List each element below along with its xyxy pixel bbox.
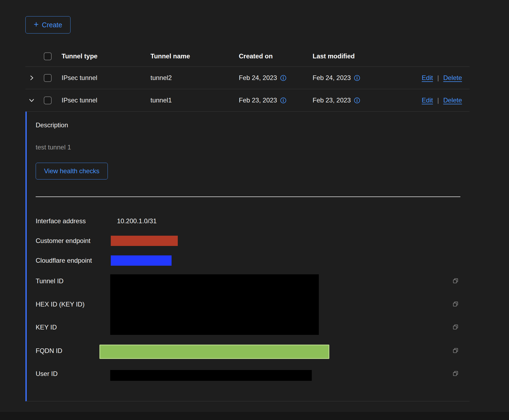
view-health-checks-button[interactable]: View health checks bbox=[36, 163, 108, 179]
hex-id-label: HEX ID (KEY ID) bbox=[36, 300, 85, 308]
interface-address-value: 10.200.1.0/31 bbox=[117, 217, 157, 225]
row-checkbox[interactable] bbox=[44, 74, 52, 82]
user-id-redacted-value bbox=[110, 370, 312, 381]
copy-fqdn-id-button[interactable] bbox=[452, 347, 459, 355]
copy-icon bbox=[452, 370, 459, 377]
tunnel-name-cell: tunnel1 bbox=[150, 96, 239, 104]
created-on-cell: Feb 24, 2023 bbox=[239, 74, 277, 82]
key-id-label: KEY ID bbox=[36, 323, 57, 331]
fqdn-id-label: FQDN ID bbox=[36, 347, 62, 355]
collapse-row-button[interactable] bbox=[28, 97, 35, 104]
info-icon[interactable] bbox=[280, 97, 286, 104]
fqdn-id-redacted-value bbox=[99, 345, 329, 359]
header-last-modified: Last modified bbox=[313, 52, 416, 60]
info-icon[interactable] bbox=[354, 75, 360, 81]
action-separator: | bbox=[437, 74, 439, 82]
created-on-cell: Feb 23, 2023 bbox=[239, 96, 277, 104]
select-all-checkbox[interactable] bbox=[44, 52, 52, 60]
copy-tunnel-id-button[interactable] bbox=[452, 277, 459, 285]
customer-endpoint-label: Customer endpoint bbox=[36, 237, 91, 245]
copy-hex-id-button[interactable] bbox=[452, 301, 459, 308]
tunnel-type-cell: IPsec tunnel bbox=[62, 74, 150, 82]
header-tunnel-type: Tunnel type bbox=[62, 52, 150, 60]
section-divider bbox=[36, 196, 460, 197]
chevron-down-icon bbox=[28, 97, 35, 104]
copy-icon bbox=[452, 347, 459, 354]
info-icon[interactable] bbox=[354, 97, 360, 104]
table-row-tunnel2: IPsec tunnel tunnel2 Feb 24, 2023 Feb 24… bbox=[25, 67, 470, 89]
delete-link[interactable]: Delete bbox=[443, 74, 462, 82]
tunnel-name-cell: tunnel2 bbox=[150, 74, 239, 82]
description-heading: Description bbox=[36, 121, 68, 129]
last-modified-cell: Feb 24, 2023 bbox=[313, 74, 351, 82]
tunnel-id-label: Tunnel ID bbox=[36, 277, 63, 285]
footer-strip bbox=[0, 412, 509, 420]
row-checkbox[interactable] bbox=[44, 96, 52, 104]
table-header-row: Tunnel type Tunnel name Created on Last … bbox=[25, 46, 470, 67]
tunnels-table: Tunnel type Tunnel name Created on Last … bbox=[25, 46, 470, 112]
header-created-on: Created on bbox=[239, 52, 313, 60]
chevron-right-icon bbox=[28, 74, 35, 81]
edit-link[interactable]: Edit bbox=[422, 96, 433, 104]
tunnel-type-cell: IPsec tunnel bbox=[62, 96, 150, 104]
plus-icon: + bbox=[34, 20, 39, 29]
last-modified-cell: Feb 23, 2023 bbox=[313, 96, 351, 104]
interface-address-label: Interface address bbox=[36, 217, 86, 225]
create-button[interactable]: + Create bbox=[25, 16, 71, 34]
user-id-label: User ID bbox=[36, 370, 58, 378]
customer-endpoint-redacted-value bbox=[111, 236, 178, 246]
copy-key-id-button[interactable] bbox=[452, 324, 459, 331]
copy-icon bbox=[452, 301, 459, 308]
tunnel1-details-panel: Description test tunnel 1 View health ch… bbox=[25, 112, 470, 401]
expand-row-button[interactable] bbox=[28, 74, 35, 81]
table-row-tunnel1: IPsec tunnel tunnel1 Feb 23, 2023 Feb 23… bbox=[25, 89, 470, 112]
info-icon[interactable] bbox=[280, 75, 286, 81]
cloudflare-endpoint-redacted-value bbox=[111, 255, 172, 266]
action-separator: | bbox=[437, 96, 439, 104]
cloudflare-endpoint-label: Cloudflare endpoint bbox=[36, 256, 92, 265]
tunnel-hex-key-id-redacted-value bbox=[110, 274, 319, 335]
edit-link[interactable]: Edit bbox=[422, 74, 433, 82]
tunnels-page: + Create Tunnel type Tunnel name Created… bbox=[0, 0, 509, 420]
copy-user-id-button[interactable] bbox=[452, 370, 459, 378]
create-button-label: Create bbox=[42, 21, 62, 29]
header-tunnel-name: Tunnel name bbox=[150, 52, 239, 60]
description-value: test tunnel 1 bbox=[36, 143, 71, 151]
copy-icon bbox=[452, 324, 459, 331]
delete-link[interactable]: Delete bbox=[443, 96, 462, 104]
copy-icon bbox=[452, 278, 459, 285]
